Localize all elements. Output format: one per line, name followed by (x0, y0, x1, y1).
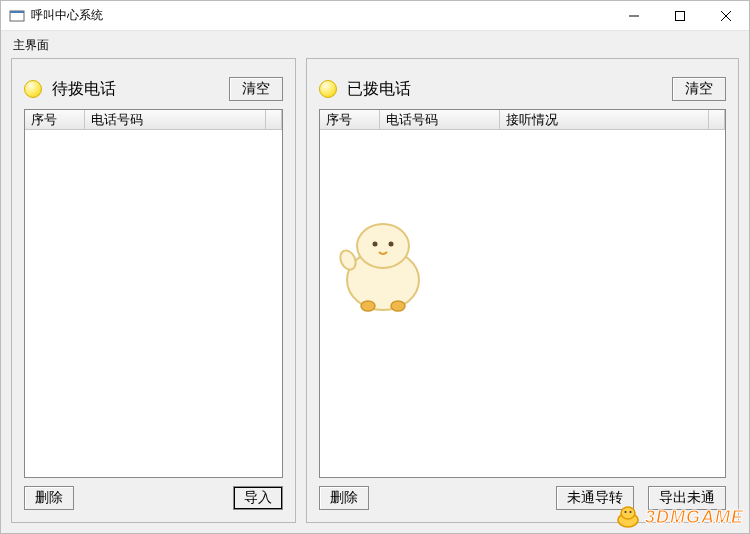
svg-point-6 (347, 250, 419, 310)
minimize-button[interactable] (611, 1, 657, 31)
main-label: 主界面 (11, 35, 739, 56)
pending-clear-button[interactable]: 清空 (229, 77, 283, 101)
dialed-footer-right: 未通导转 导出未通 (556, 486, 726, 510)
svg-point-11 (361, 301, 375, 311)
col-phone[interactable]: 电话号码 (380, 110, 500, 129)
status-indicator-icon (319, 80, 337, 98)
pending-calls-panel: 待拨电话 清空 序号 电话号码 删除 导入 (11, 58, 296, 523)
dialed-title: 已拨电话 (347, 79, 411, 100)
close-button[interactable] (703, 1, 749, 31)
dialed-footer: 删除 未通导转 导出未通 (319, 486, 726, 510)
app-window: 呼叫中心系统 主界面 待拨电话 清空 (0, 0, 750, 534)
app-icon (9, 8, 25, 24)
dialed-list-body[interactable] (320, 130, 725, 477)
pending-list-header: 序号 电话号码 (25, 110, 282, 130)
col-seq[interactable]: 序号 (25, 110, 85, 129)
dialed-header: 已拨电话 清空 (319, 77, 726, 101)
dialed-header-left: 已拨电话 (319, 79, 411, 100)
svg-point-10 (337, 248, 358, 272)
export-unanswered-button[interactable]: 导出未通 (648, 486, 726, 510)
mascot-icon (328, 208, 438, 318)
dialed-list-header: 序号 电话号码 接听情况 (320, 110, 725, 130)
titlebar: 呼叫中心系统 (1, 1, 749, 31)
pending-delete-button[interactable]: 删除 (24, 486, 74, 510)
panels: 待拨电话 清空 序号 电话号码 删除 导入 (11, 58, 739, 523)
dialed-listview[interactable]: 序号 电话号码 接听情况 (319, 109, 726, 478)
svg-point-9 (389, 242, 394, 247)
svg-rect-1 (10, 11, 24, 13)
maximize-button[interactable] (657, 1, 703, 31)
col-spacer (709, 110, 725, 129)
client-area: 主界面 待拨电话 清空 序号 电话号码 (1, 31, 749, 533)
pending-footer: 删除 导入 (24, 486, 283, 510)
dialed-clear-button[interactable]: 清空 (672, 77, 726, 101)
pending-listview[interactable]: 序号 电话号码 (24, 109, 283, 478)
titlebar-left: 呼叫中心系统 (9, 7, 103, 24)
svg-point-7 (357, 224, 409, 268)
dialed-delete-button[interactable]: 删除 (319, 486, 369, 510)
status-indicator-icon (24, 80, 42, 98)
window-controls (611, 1, 749, 31)
col-seq[interactable]: 序号 (320, 110, 380, 129)
window-title: 呼叫中心系统 (31, 7, 103, 24)
unanswered-transfer-button[interactable]: 未通导转 (556, 486, 634, 510)
pending-import-button[interactable]: 导入 (233, 486, 283, 510)
col-phone[interactable]: 电话号码 (85, 110, 266, 129)
pending-title: 待拨电话 (52, 79, 116, 100)
pending-list-body[interactable] (25, 130, 282, 477)
col-status[interactable]: 接听情况 (500, 110, 709, 129)
svg-point-8 (373, 242, 378, 247)
pending-header: 待拨电话 清空 (24, 77, 283, 101)
dialed-calls-panel: 已拨电话 清空 序号 电话号码 接听情况 (306, 58, 739, 523)
svg-point-12 (391, 301, 405, 311)
pending-header-left: 待拨电话 (24, 79, 116, 100)
svg-rect-3 (676, 11, 685, 20)
col-spacer (266, 110, 282, 129)
